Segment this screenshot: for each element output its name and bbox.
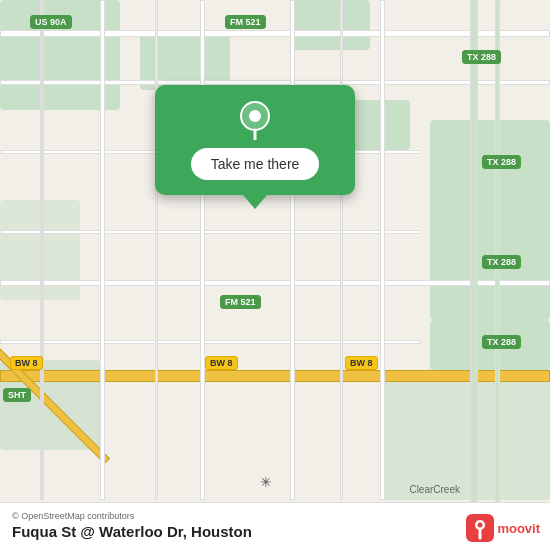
road-v5 (40, 0, 44, 500)
label-tx288-1: TX 288 (462, 50, 501, 64)
road-h1 (0, 30, 550, 37)
road-h6 (0, 340, 420, 344)
label-sht: SHT (3, 388, 31, 402)
road-h5 (0, 230, 420, 234)
green-area-5 (380, 380, 550, 500)
road-v3 (290, 0, 295, 500)
take-me-there-button[interactable]: Take me there (191, 148, 320, 180)
label-bw8-left: BW 8 (10, 356, 43, 370)
road-tx288 (470, 0, 478, 550)
compass-marker: ✳ (260, 474, 272, 490)
moovit-icon (466, 514, 494, 542)
label-bw8-right: BW 8 (345, 356, 378, 370)
popup-card: Take me there (155, 85, 355, 195)
road-h3 (0, 280, 550, 286)
road-v6 (155, 0, 158, 500)
green-area-7 (430, 120, 550, 320)
road-v1 (100, 0, 105, 500)
address-text: Fuqua St @ Waterloo Dr, Houston (12, 523, 538, 540)
label-fm521-mid: FM 521 (220, 295, 261, 309)
svg-point-1 (249, 110, 261, 122)
location-pin-icon (235, 100, 275, 140)
moovit-logo: moovit (466, 514, 540, 542)
label-fm521-top: FM 521 (225, 15, 266, 29)
moovit-text: moovit (497, 521, 540, 536)
label-bw8-mid: BW 8 (205, 356, 238, 370)
road-v2 (200, 0, 205, 500)
svg-point-4 (478, 523, 483, 528)
label-tx288-4: TX 288 (482, 335, 521, 349)
road-v4 (380, 0, 385, 500)
road-v7 (340, 0, 343, 500)
area-label: ClearCreek (409, 484, 460, 495)
label-us90a: US 90A (30, 15, 72, 29)
label-tx288-3: TX 288 (482, 255, 521, 269)
label-tx288-2: TX 288 (482, 155, 521, 169)
green-area-3 (290, 0, 370, 50)
copyright-text: © OpenStreetMap contributors (12, 511, 538, 521)
road-tx288b (495, 0, 500, 550)
road-bw8 (0, 370, 550, 382)
map-container: US 90A FM 521 TX 288 TX 288 TX 288 TX 28… (0, 0, 550, 550)
